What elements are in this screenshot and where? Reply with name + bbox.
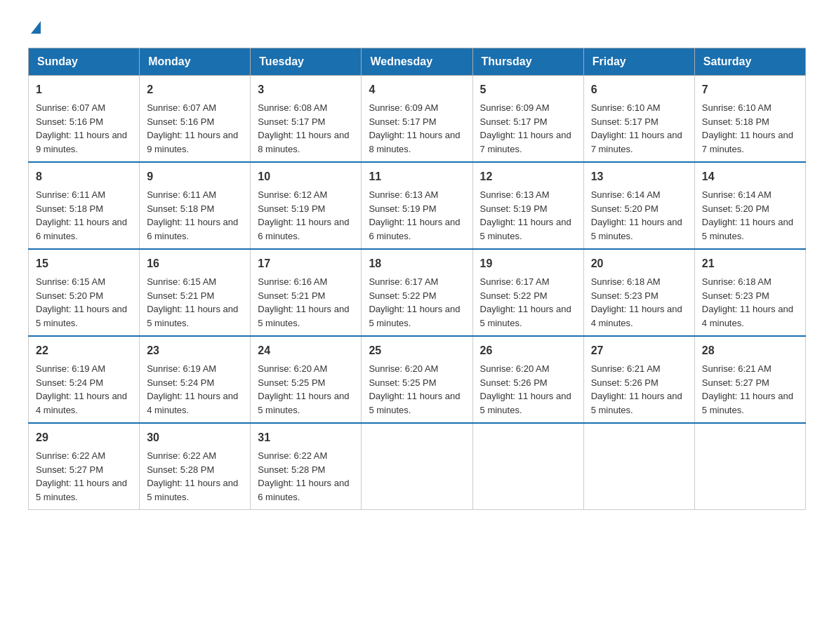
- day-sunrise: Sunrise: 6:08 AM: [258, 102, 327, 113]
- day-sunrise: Sunrise: 6:18 AM: [702, 276, 772, 287]
- calendar-cell: 15 Sunrise: 6:15 AM Sunset: 5:20 PM Dayl…: [29, 249, 140, 336]
- day-daylight: Daylight: 11 hours and 5 minutes.: [480, 217, 571, 241]
- day-number: 1: [36, 81, 132, 98]
- day-number: 3: [258, 81, 354, 98]
- day-sunset: Sunset: 5:26 PM: [591, 377, 658, 388]
- calendar-cell: 8 Sunrise: 6:11 AM Sunset: 5:18 PM Dayli…: [29, 162, 140, 249]
- calendar-cell: 26 Sunrise: 6:20 AM Sunset: 5:26 PM Dayl…: [472, 336, 583, 423]
- day-sunset: Sunset: 5:28 PM: [258, 464, 325, 475]
- day-number: 23: [147, 342, 243, 359]
- day-daylight: Daylight: 11 hours and 7 minutes.: [480, 130, 571, 154]
- day-daylight: Daylight: 11 hours and 5 minutes.: [480, 391, 571, 415]
- calendar-week-row: 8 Sunrise: 6:11 AM Sunset: 5:18 PM Dayli…: [29, 162, 806, 249]
- calendar-cell: [694, 423, 805, 510]
- day-sunset: Sunset: 5:23 PM: [591, 290, 658, 301]
- calendar-table: SundayMondayTuesdayWednesdayThursdayFrid…: [28, 48, 806, 510]
- day-sunrise: Sunrise: 6:22 AM: [36, 450, 105, 461]
- day-sunrise: Sunrise: 6:10 AM: [591, 102, 661, 113]
- day-sunset: Sunset: 5:21 PM: [258, 290, 325, 301]
- calendar-cell: 10 Sunrise: 6:12 AM Sunset: 5:19 PM Dayl…: [251, 162, 362, 249]
- day-sunrise: Sunrise: 6:17 AM: [480, 276, 550, 287]
- day-daylight: Daylight: 11 hours and 5 minutes.: [258, 391, 349, 415]
- page-header: [28, 21, 806, 34]
- calendar-cell: 1 Sunrise: 6:07 AM Sunset: 5:16 PM Dayli…: [29, 76, 140, 163]
- calendar-cell: 6 Sunrise: 6:10 AM Sunset: 5:17 PM Dayli…: [583, 76, 694, 163]
- day-daylight: Daylight: 11 hours and 5 minutes.: [147, 304, 238, 328]
- day-sunset: Sunset: 5:19 PM: [258, 203, 325, 214]
- day-daylight: Daylight: 11 hours and 5 minutes.: [147, 478, 238, 502]
- day-sunset: Sunset: 5:17 PM: [591, 116, 658, 127]
- day-number: 28: [702, 342, 798, 359]
- day-sunrise: Sunrise: 6:11 AM: [147, 189, 216, 200]
- calendar-week-row: 29 Sunrise: 6:22 AM Sunset: 5:27 PM Dayl…: [29, 423, 806, 510]
- day-sunset: Sunset: 5:21 PM: [147, 290, 214, 301]
- calendar-cell: 16 Sunrise: 6:15 AM Sunset: 5:21 PM Dayl…: [140, 249, 251, 336]
- day-sunset: Sunset: 5:18 PM: [36, 203, 103, 214]
- day-sunrise: Sunrise: 6:19 AM: [36, 363, 105, 374]
- calendar-cell: [362, 423, 472, 510]
- col-header-thursday: Thursday: [472, 48, 583, 76]
- calendar-cell: 4 Sunrise: 6:09 AM Sunset: 5:17 PM Dayli…: [362, 76, 472, 163]
- day-daylight: Daylight: 11 hours and 7 minutes.: [591, 130, 682, 154]
- day-number: 29: [36, 429, 132, 446]
- day-number: 27: [591, 342, 687, 359]
- day-daylight: Daylight: 11 hours and 5 minutes.: [36, 304, 127, 328]
- calendar-cell: 17 Sunrise: 6:16 AM Sunset: 5:21 PM Dayl…: [251, 249, 362, 336]
- day-sunset: Sunset: 5:28 PM: [147, 464, 214, 475]
- day-daylight: Daylight: 11 hours and 4 minutes.: [147, 391, 238, 415]
- calendar-cell: 7 Sunrise: 6:10 AM Sunset: 5:18 PM Dayli…: [694, 76, 805, 163]
- day-number: 30: [147, 429, 243, 446]
- calendar-cell: 20 Sunrise: 6:18 AM Sunset: 5:23 PM Dayl…: [583, 249, 694, 336]
- col-header-saturday: Saturday: [694, 48, 805, 76]
- day-sunrise: Sunrise: 6:07 AM: [147, 102, 216, 113]
- day-number: 20: [591, 255, 687, 272]
- day-number: 16: [147, 255, 243, 272]
- day-daylight: Daylight: 11 hours and 5 minutes.: [480, 304, 571, 328]
- day-sunset: Sunset: 5:27 PM: [702, 377, 769, 388]
- day-sunset: Sunset: 5:18 PM: [147, 203, 214, 214]
- calendar-cell: 3 Sunrise: 6:08 AM Sunset: 5:17 PM Dayli…: [251, 76, 362, 163]
- day-sunset: Sunset: 5:17 PM: [369, 116, 436, 127]
- calendar-cell: 18 Sunrise: 6:17 AM Sunset: 5:22 PM Dayl…: [362, 249, 472, 336]
- calendar-cell: 28 Sunrise: 6:21 AM Sunset: 5:27 PM Dayl…: [694, 336, 805, 423]
- day-daylight: Daylight: 11 hours and 9 minutes.: [147, 130, 238, 154]
- day-sunset: Sunset: 5:20 PM: [591, 203, 658, 214]
- day-daylight: Daylight: 11 hours and 5 minutes.: [702, 391, 793, 415]
- day-sunrise: Sunrise: 6:12 AM: [258, 189, 327, 200]
- day-number: 21: [702, 255, 798, 272]
- day-number: 13: [591, 168, 687, 185]
- day-sunset: Sunset: 5:25 PM: [258, 377, 325, 388]
- calendar-cell: 19 Sunrise: 6:17 AM Sunset: 5:22 PM Dayl…: [472, 249, 583, 336]
- calendar-cell: 30 Sunrise: 6:22 AM Sunset: 5:28 PM Dayl…: [140, 423, 251, 510]
- day-daylight: Daylight: 11 hours and 8 minutes.: [369, 130, 460, 154]
- calendar-cell: 2 Sunrise: 6:07 AM Sunset: 5:16 PM Dayli…: [140, 76, 251, 163]
- day-sunset: Sunset: 5:19 PM: [480, 203, 548, 214]
- calendar-cell: 31 Sunrise: 6:22 AM Sunset: 5:28 PM Dayl…: [251, 423, 362, 510]
- day-number: 11: [369, 168, 465, 185]
- calendar-cell: [472, 423, 583, 510]
- day-number: 14: [702, 168, 798, 185]
- day-daylight: Daylight: 11 hours and 4 minutes.: [36, 391, 127, 415]
- day-sunset: Sunset: 5:20 PM: [702, 203, 769, 214]
- calendar-cell: 11 Sunrise: 6:13 AM Sunset: 5:19 PM Dayl…: [362, 162, 472, 249]
- col-header-sunday: Sunday: [29, 48, 140, 76]
- day-sunset: Sunset: 5:22 PM: [480, 290, 548, 301]
- day-number: 22: [36, 342, 132, 359]
- day-sunrise: Sunrise: 6:13 AM: [369, 189, 438, 200]
- day-daylight: Daylight: 11 hours and 5 minutes.: [369, 391, 460, 415]
- day-number: 24: [258, 342, 354, 359]
- day-sunrise: Sunrise: 6:07 AM: [36, 102, 105, 113]
- day-sunset: Sunset: 5:24 PM: [36, 377, 103, 388]
- day-daylight: Daylight: 11 hours and 5 minutes.: [591, 391, 682, 415]
- day-daylight: Daylight: 11 hours and 5 minutes.: [591, 217, 682, 241]
- day-sunset: Sunset: 5:24 PM: [147, 377, 214, 388]
- calendar-header-row: SundayMondayTuesdayWednesdayThursdayFrid…: [29, 48, 806, 76]
- day-number: 26: [480, 342, 576, 359]
- day-sunrise: Sunrise: 6:17 AM: [369, 276, 438, 287]
- day-number: 17: [258, 255, 354, 272]
- calendar-cell: 13 Sunrise: 6:14 AM Sunset: 5:20 PM Dayl…: [583, 162, 694, 249]
- day-sunset: Sunset: 5:18 PM: [702, 116, 769, 127]
- day-sunset: Sunset: 5:20 PM: [36, 290, 103, 301]
- day-sunrise: Sunrise: 6:21 AM: [702, 363, 772, 374]
- day-number: 12: [480, 168, 576, 185]
